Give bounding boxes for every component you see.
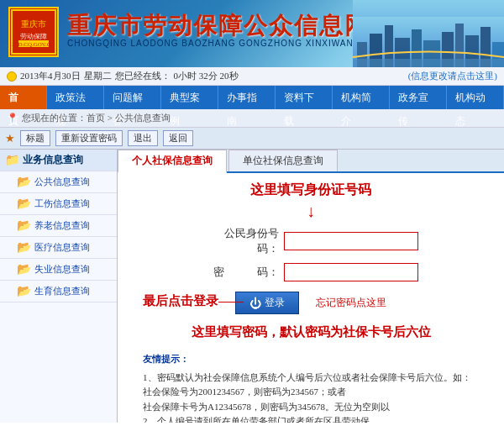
- status-bar: 2013年4月30日 星期二 您已经在线： 0小时 32分 20秒 (信息更改请…: [0, 67, 504, 86]
- online-label: 您已经在线：: [115, 70, 171, 82]
- sidebar-item-business[interactable]: 📁 业务信息查询: [0, 150, 117, 171]
- nav-item-news[interactable]: 机构动态: [447, 86, 504, 109]
- bookmark-button[interactable]: 标题: [20, 130, 50, 146]
- folder-icon-unemployment: 📂: [17, 262, 31, 276]
- sidebar-item-public[interactable]: 📂 公共信息查询: [0, 171, 117, 193]
- tips-line4: 2、个人编号请到所在单位劳务部门或者所在区县劳动保: [143, 414, 479, 423]
- exit-button[interactable]: 退出: [128, 130, 158, 146]
- city-image: [353, 0, 504, 67]
- logo-icon: 重庆市 劳动保障 JLD.CQ.GOV.CN: [8, 7, 59, 57]
- nav-item-cases[interactable]: 典型案例: [161, 86, 218, 109]
- reset-password-button[interactable]: 重新设置密码: [55, 130, 123, 146]
- pwd-label: 密 码：: [203, 265, 279, 280]
- nav-item-qa[interactable]: 问题解答: [104, 86, 161, 109]
- power-icon: ⏻: [249, 297, 261, 310]
- status-dot: [7, 71, 17, 82]
- sidebar-item-medical[interactable]: 📂 医疗信息查询: [0, 237, 117, 259]
- sidebar-item-pension[interactable]: 📂 养老信息查询: [0, 215, 117, 237]
- sidebar-item-unemployment[interactable]: 📂 失业信息查询: [0, 259, 117, 281]
- bookmark-icon: ★: [5, 132, 15, 145]
- sidebar-business-label: 业务信息查询: [23, 153, 83, 167]
- site-title-en: CHONGQING LAODONG BAOZHANG GONGZHONG XIN…: [67, 39, 361, 48]
- sidebar-pension-label: 养老信息查询: [34, 219, 90, 232]
- folder-icon-medical: 📂: [17, 240, 31, 255]
- annotation-id: 这里填写身份证号码: [134, 181, 487, 199]
- sidebar-item-birth[interactable]: 📂 生育信息查询: [0, 281, 117, 302]
- svg-text:劳动保障: 劳动保障: [20, 33, 47, 40]
- toolbar: ★ 标题 重新设置密码 退出 返回: [0, 128, 504, 150]
- nav-item-guide[interactable]: 办事指南: [218, 86, 276, 109]
- sidebar-unemployment-label: 失业信息查询: [34, 263, 90, 276]
- content-area: 个人社保信息查询 单位社保信息查询 这里填写身份证号码 ↓ 公民身份号码： 密 …: [118, 150, 504, 423]
- breadcrumb-icon: 📍: [7, 113, 18, 124]
- arrow-down-icon: ↓: [134, 202, 487, 219]
- header: 重庆市 劳动保障 JLD.CQ.GOV.CN 重庆市劳动保障公众信息网 CHON…: [0, 0, 504, 67]
- svg-text:JLD.CQ.GOV.CN: JLD.CQ.GOV.CN: [12, 41, 55, 48]
- online-time: 0小时 32分 20秒: [174, 70, 239, 82]
- tips-line2: 社会保障卡号为A12345678，则密码为345678。无位为空则以: [143, 400, 479, 415]
- pwd-form-row: 密 码：: [134, 263, 487, 281]
- sidebar-medical-label: 医疗信息查询: [34, 241, 90, 254]
- breadcrumb-text: 您现在的位置：首页 > 公共信息查询: [22, 112, 171, 124]
- weekday-label: 星期二: [84, 70, 112, 82]
- forgot-link[interactable]: 忘记密码点这里: [316, 296, 386, 310]
- main-wrapper: 📁 业务信息查询 📂 公共信息查询 📂 工伤信息查询 📂 养老信息查询 📂 医疗…: [0, 150, 504, 423]
- svg-text:重庆市: 重庆市: [21, 19, 46, 29]
- breadcrumb: 📍 您现在的位置：首页 > 公共信息查询: [0, 109, 504, 128]
- sidebar-birth-label: 生育信息查询: [34, 285, 90, 297]
- folder-icon-birth: 📂: [17, 284, 31, 298]
- nav-item-policy[interactable]: 政策法规: [47, 86, 104, 109]
- login-btn-label: 登录: [265, 296, 285, 310]
- annotation-login: 最后点击登录——: [143, 293, 244, 309]
- id-input[interactable]: [284, 232, 418, 250]
- tips-title: 友情提示：: [143, 352, 479, 367]
- pwd-input[interactable]: [284, 263, 418, 281]
- tab-bar: 个人社保信息查询 单位社保信息查询: [118, 150, 504, 173]
- sidebar-public-label: 公共信息查询: [34, 176, 90, 188]
- nav-item-about[interactable]: 机构简介: [333, 86, 390, 109]
- sidebar-injury-label: 工伤信息查询: [34, 197, 90, 210]
- tab-personal[interactable]: 个人社保信息查询: [118, 150, 227, 173]
- tab-unit[interactable]: 单位社保信息查询: [228, 150, 338, 171]
- nav-item-publicity[interactable]: 政务宣传: [390, 86, 447, 109]
- id-label: 公民身份号码：: [203, 226, 279, 256]
- id-form-row: 公民身份号码：: [134, 226, 487, 256]
- return-button[interactable]: 返回: [163, 130, 193, 146]
- folder-icon-injury: 📂: [17, 197, 31, 211]
- login-button[interactable]: ⏻ 登录: [235, 292, 299, 314]
- header-logo: 重庆市 劳动保障 JLD.CQ.GOV.CN: [8, 7, 63, 61]
- folder-icon-pension: 📂: [17, 218, 31, 233]
- tips-area: 友情提示： 1、密码默认为社会保障信息系统个人编号后六位或者社会保障卡号后六位。…: [134, 347, 487, 423]
- nav-bar: 首 页 政策法规 问题解答 典型案例 办事指南 资料下载 机构简介 政务宣传 机…: [0, 86, 504, 109]
- sidebar: 📁 业务信息查询 📂 公共信息查询 📂 工伤信息查询 📂 养老信息查询 📂 医疗…: [0, 150, 118, 423]
- site-title-cn: 重庆市劳动保障公众信息网: [67, 10, 370, 42]
- login-row: 最后点击登录—— ⏻ 登录 忘记密码点这里: [134, 288, 487, 318]
- nav-item-home[interactable]: 首 页: [0, 86, 47, 109]
- date-label: 2013年4月30日: [20, 70, 81, 82]
- hint-label[interactable]: (信息更改请点击这里): [408, 70, 497, 82]
- annotation-password: 这里填写密码，默认密码为社保卡号后六位: [134, 324, 487, 340]
- folder-icon: 📁: [5, 153, 19, 167]
- svg-rect-17: [353, 59, 504, 67]
- folder-icon-public: 📂: [17, 175, 31, 189]
- form-area: 这里填写身份证号码 ↓ 公民身份号码： 密 码： 最后点击登录—— ⏻ 登录 忘…: [118, 173, 504, 423]
- tips-line1: 1、密码默认为社会保障信息系统个人编号后六位或者社会保障卡号后六位。如：社会保险…: [143, 371, 479, 400]
- sidebar-item-injury[interactable]: 📂 工伤信息查询: [0, 193, 117, 215]
- nav-item-download[interactable]: 资料下载: [276, 86, 333, 109]
